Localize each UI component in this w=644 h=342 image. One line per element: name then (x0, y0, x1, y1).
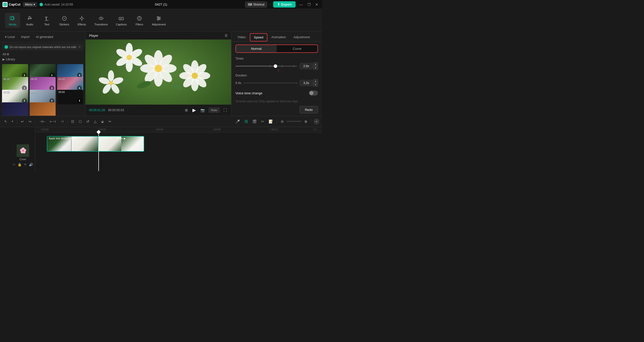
toolbar-item-audio[interactable]: Audio (22, 13, 37, 28)
caption-tl-button[interactable]: 📝 (267, 118, 275, 125)
tab-speed[interactable]: Speed (250, 33, 267, 41)
shortcut-button[interactable]: ⌨ Shortcut (245, 2, 267, 8)
video-clip-before[interactable]: Apple tree blossom in gr (47, 136, 98, 152)
mask-button[interactable]: ⬙ (99, 118, 106, 125)
divider-3 (67, 119, 67, 124)
voice-tone-toggle[interactable] (309, 91, 318, 96)
toolbar-item-stickers[interactable]: Stickers (56, 13, 72, 28)
lock-icon[interactable]: 🔒 (18, 163, 22, 166)
screenshot-button[interactable]: 📷 (200, 107, 206, 113)
zoom-slider[interactable] (287, 121, 302, 122)
export-label: Export (281, 3, 292, 6)
media-item-7[interactable]: 00:09 ⬇ (2, 90, 28, 104)
sound-icon[interactable]: 🔊 (29, 163, 33, 166)
captions-icon (118, 15, 125, 22)
times-slider[interactable]: ↑ (235, 66, 297, 67)
zoom-in-button[interactable]: ⊕ (303, 118, 309, 125)
speed-curve-button[interactable]: Curve (277, 45, 317, 52)
import-button[interactable]: Import (19, 34, 32, 40)
transitions-icon (98, 15, 105, 22)
close-button[interactable]: ✕ (314, 2, 319, 7)
fullscreen-button[interactable]: ⛶ (223, 107, 228, 113)
toolbar-item-adjustment[interactable]: Adjustment (149, 13, 169, 28)
times-value-input[interactable] (300, 63, 313, 69)
mic-button[interactable]: 🎤 (234, 118, 242, 125)
cut-button[interactable]: ✂ (107, 118, 113, 125)
menu-button[interactable]: Menu ▾ (23, 2, 37, 7)
restore-button[interactable]: ❐ (306, 2, 312, 7)
camera-button[interactable]: 🎬 (251, 118, 258, 125)
select-arrow-button[interactable]: ▾ (10, 119, 15, 124)
ai-generated-button[interactable]: AI generated (33, 34, 56, 40)
toolbar-item-filters[interactable]: Filters (132, 13, 147, 28)
duration-increment[interactable]: ▲ (313, 79, 318, 83)
media-item-10[interactable] (2, 102, 28, 116)
trim-right-button[interactable]: ⊣ (59, 118, 65, 125)
media-item-11[interactable] (30, 102, 56, 116)
times-increment[interactable]: ▲ (313, 62, 318, 66)
svg-point-47 (108, 70, 114, 81)
export-button[interactable]: ⬆ Export (273, 1, 296, 8)
tab-video[interactable]: Video (234, 33, 249, 41)
link-button[interactable]: ⛓ (243, 118, 250, 125)
player-menu-icon[interactable]: ☰ (225, 34, 228, 37)
rotate-button[interactable]: ↺ (85, 118, 91, 125)
filter-all-button[interactable]: All ⚙ (3, 53, 9, 56)
flip-button[interactable]: △ (92, 118, 98, 125)
grid-view-button[interactable]: ⊞ (184, 107, 189, 113)
cut-tl-button[interactable]: ✂ (259, 118, 266, 125)
window-controls: — ❐ ✕ (298, 2, 319, 7)
split-button[interactable]: ⊣⊢ (37, 118, 47, 125)
play-button[interactable]: ▶ (192, 107, 197, 114)
video-clip-after[interactable]: 2.00x ▶ (98, 136, 144, 152)
times-slider-thumb[interactable] (274, 64, 277, 68)
library-label: Library (6, 58, 15, 61)
filters-label: Filters (136, 23, 143, 26)
undo-button[interactable]: ↩ (19, 118, 26, 125)
media-item-1[interactable]: ⬇ (2, 64, 28, 79)
download-icon-9[interactable]: ⬇ (77, 98, 82, 103)
redo-tl-button[interactable]: ↪ (27, 118, 33, 125)
tab-animation[interactable]: Animation (268, 33, 290, 41)
speed-normal-button[interactable]: Normal (236, 45, 277, 52)
speed-badge: 2.00x ▶ (117, 137, 126, 140)
duration-value-input[interactable] (300, 80, 313, 86)
ratio-button[interactable]: Ratio (209, 108, 220, 113)
media-item-8[interactable]: 00:11 ⬇ (30, 90, 56, 104)
eye-icon[interactable]: 👁 (24, 163, 27, 166)
select-tool-button[interactable]: ↖ (3, 118, 9, 125)
toolbar-item-text[interactable]: T Text (39, 13, 54, 28)
edit-icon[interactable]: ✏ (13, 163, 16, 166)
ruler-1: | 00:03 (98, 128, 106, 131)
autosave-status: ✓ Auto saved: 14:10:59 (39, 3, 73, 6)
toolbar-item-transitions[interactable]: Transitions (91, 13, 111, 28)
player-controls: 00:00:01:28 00:00:05:03 ⊞ ▶ 📷 Ratio ⛶ (86, 105, 231, 116)
media-item-3[interactable]: ⬇ (57, 64, 83, 79)
toolbar-item-effects[interactable]: Effects (74, 13, 89, 28)
media-item-9[interactable]: 00:04 ⬇ (57, 90, 83, 104)
media-item-6[interactable]: 00:10 ⬇ (57, 77, 83, 92)
library-section[interactable]: ▶ Library (0, 57, 85, 62)
local-section[interactable]: ▾ Local (3, 34, 17, 40)
trim-left-button[interactable]: ⊢⊣ (48, 118, 58, 125)
minimize-button[interactable]: — (298, 2, 304, 7)
duration-slider[interactable]: → (243, 82, 298, 83)
delete-button[interactable]: ⊡ (69, 118, 76, 125)
toolbar-item-media[interactable]: Media (5, 13, 20, 28)
smooth-slowmo-label: Smooth slow-mo Only applied to slow-mo c… (235, 100, 318, 103)
crop-button[interactable]: ⬡ (77, 118, 84, 125)
redo-button[interactable]: Redo (300, 106, 318, 113)
transitions-label: Transitions (94, 23, 108, 26)
duration-5: 00:20 (31, 78, 37, 81)
tab-adjustment[interactable]: Adjustment (290, 33, 313, 41)
toolbar-item-captions[interactable]: Captions (113, 13, 130, 28)
zoom-out-button[interactable]: ⊖ (279, 118, 286, 125)
captions-label: Captions (116, 23, 127, 26)
add-track-button[interactable]: + (313, 118, 319, 124)
media-item-5[interactable]: 00:20 ⬇ (30, 77, 56, 92)
duration-decrement[interactable]: ▼ (313, 83, 318, 87)
media-item-4[interactable]: 00:10 ⬇ (2, 77, 28, 92)
media-item-2[interactable]: ⬇ (30, 64, 56, 79)
times-decrement[interactable]: ▼ (313, 66, 318, 70)
notification-close-button[interactable]: ✕ (78, 45, 81, 49)
